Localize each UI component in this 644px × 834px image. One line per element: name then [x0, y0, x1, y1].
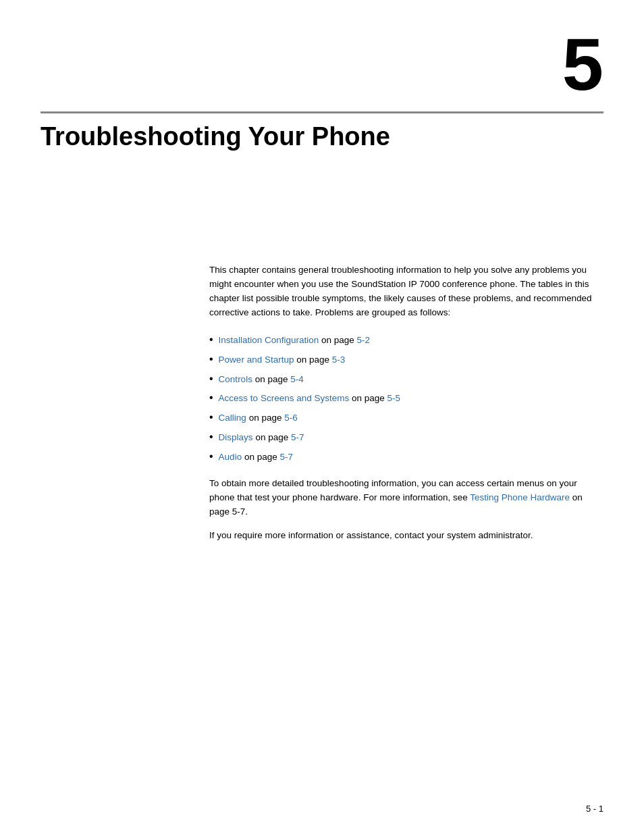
list-item-text: Installation Configuration on page 5-2: [219, 334, 370, 348]
list-item-text: Power and Startup on page 5-3: [219, 353, 346, 367]
list-item-text: Displays on page 5-7: [219, 431, 304, 445]
bullet-dot: •: [209, 352, 213, 367]
access-to-screens-page-link[interactable]: 5-5: [387, 393, 401, 403]
controls-page-link[interactable]: 5-4: [290, 374, 304, 384]
list-item-suffix: on page: [253, 432, 291, 442]
page-number: 5 - 1: [586, 804, 603, 814]
list-item: • Audio on page 5-7: [209, 449, 603, 465]
list-item-text: Controls on page 5-4: [219, 373, 304, 387]
calling-page-link[interactable]: 5-6: [284, 413, 298, 423]
chapter-number: 5: [562, 27, 603, 101]
list-item-text: Audio on page 5-7: [219, 450, 293, 465]
content-area: This chapter contains general troublesho…: [209, 263, 603, 552]
list-item: • Displays on page 5-7: [209, 429, 603, 445]
intro-paragraph: This chapter contains general troublesho…: [209, 263, 603, 320]
list-item: • Calling on page 5-6: [209, 410, 603, 425]
bullet-dot: •: [209, 390, 213, 405]
list-item: • Access to Screens and Systems on page …: [209, 390, 603, 406]
bullet-dot: •: [209, 410, 213, 425]
page-footer: 5 - 1: [586, 804, 603, 814]
audio-link[interactable]: Audio: [219, 452, 242, 462]
chapter-title: Troubleshooting Your Phone: [41, 122, 603, 153]
testing-phone-hardware-link[interactable]: Testing Phone Hardware: [470, 492, 570, 502]
bullet-dot: •: [209, 429, 213, 444]
bullet-dot: •: [209, 449, 213, 464]
page-container: 5 Troubleshooting Your Phone This chapte…: [0, 0, 644, 834]
list-item-suffix: on page: [294, 355, 331, 365]
power-and-startup-link[interactable]: Power and Startup: [219, 355, 294, 365]
para3: If you require more information or assis…: [209, 529, 603, 543]
list-item-text: Access to Screens and Systems on page 5-…: [219, 392, 400, 406]
calling-link[interactable]: Calling: [219, 413, 246, 423]
list-item-suffix: on page: [242, 452, 279, 462]
list-item-text: Calling on page 5-6: [219, 411, 298, 425]
installation-configuration-link[interactable]: Installation Configuration: [219, 335, 319, 345]
bullet-dot: •: [209, 371, 213, 386]
para2: To obtain more detailed troubleshooting …: [209, 477, 603, 519]
list-item: • Controls on page 5-4: [209, 371, 603, 387]
list-item-suffix: on page: [246, 413, 284, 423]
audio-page-link[interactable]: 5-7: [279, 452, 293, 462]
bullet-dot: •: [209, 332, 213, 347]
displays-page-link[interactable]: 5-7: [291, 432, 304, 442]
horizontal-rule: [41, 111, 603, 113]
controls-link[interactable]: Controls: [219, 374, 252, 384]
installation-configuration-page-link[interactable]: 5-2: [357, 335, 371, 345]
list-item-suffix: on page: [349, 393, 387, 403]
power-and-startup-page-link[interactable]: 5-3: [332, 355, 346, 365]
bullet-list: • Installation Configuration on page 5-2…: [209, 332, 603, 465]
list-item: • Installation Configuration on page 5-2: [209, 332, 603, 348]
displays-link[interactable]: Displays: [219, 432, 253, 442]
list-item-suffix: on page: [319, 335, 356, 345]
list-item: • Power and Startup on page 5-3: [209, 352, 603, 367]
list-item-suffix: on page: [252, 374, 290, 384]
access-to-screens-link[interactable]: Access to Screens and Systems: [219, 393, 350, 403]
